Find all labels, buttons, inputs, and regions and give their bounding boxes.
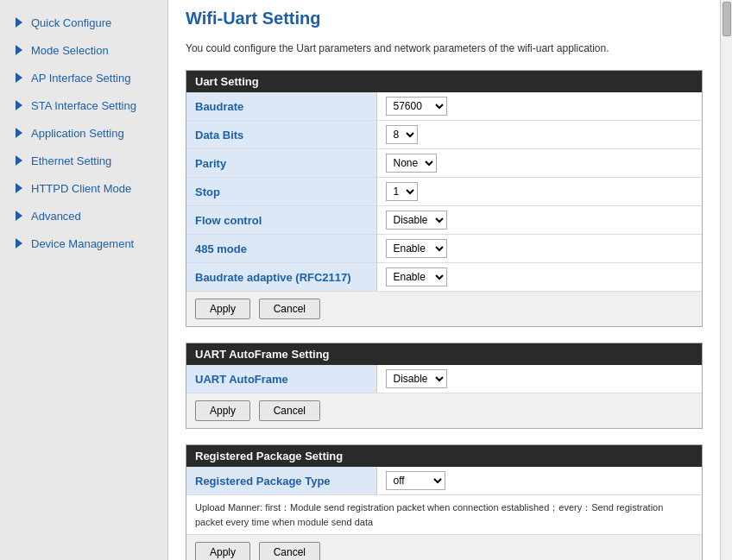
parity-select[interactable]: NoneOddEven bbox=[386, 154, 437, 173]
arrow-icon bbox=[12, 71, 26, 85]
data-bits-cell: 5678 bbox=[376, 121, 702, 149]
table-row: 485 modeDisableEnable bbox=[186, 235, 702, 263]
table-row: ParityNoneOddEven bbox=[186, 149, 702, 178]
flow-control-cell: DisableEnable bbox=[376, 206, 702, 235]
stop-select[interactable]: 12 bbox=[386, 182, 418, 201]
table-row: UART AutoFrameDisableEnable bbox=[186, 365, 702, 393]
arrow-icon bbox=[12, 181, 26, 195]
table-row: Data Bits5678 bbox=[186, 121, 702, 149]
arrow-icon bbox=[12, 43, 26, 57]
table-row: Stop12 bbox=[186, 178, 702, 206]
autoframe-cancel-button[interactable]: Cancel bbox=[259, 400, 320, 421]
sidebar-item-application-setting[interactable]: Application Setting bbox=[0, 119, 167, 147]
svg-marker-3 bbox=[16, 100, 22, 110]
sidebar: Quick ConfigureMode SelectionAP Interfac… bbox=[0, 0, 168, 560]
sidebar-item-advanced[interactable]: Advanced bbox=[0, 202, 167, 230]
registered-package-info: Upload Manner: first：Module send registr… bbox=[186, 494, 702, 534]
uart-autoframe-label: UART AutoFrame bbox=[186, 365, 376, 393]
uart-settings-table: Baudrate9600192003840057600115200Data Bi… bbox=[186, 92, 702, 291]
sidebar-item-device-management[interactable]: Device Management bbox=[0, 230, 167, 257]
registered-package-type-cell: offoncustom bbox=[376, 467, 702, 494]
sidebar-item-label: HTTPD Client Mode bbox=[31, 182, 131, 195]
sidebar-item-ethernet-setting[interactable]: Ethernet Setting bbox=[0, 147, 167, 174]
sidebar-item-label: Advanced bbox=[31, 210, 81, 223]
uart-cancel-button[interactable]: Cancel bbox=[259, 299, 320, 319]
sidebar-item-sta-interface-setting[interactable]: STA Interface Setting bbox=[0, 91, 167, 119]
parity-cell: NoneOddEven bbox=[376, 149, 702, 178]
sidebar-item-label: Device Management bbox=[31, 237, 134, 250]
registered-package-table: Registered Package Typeoffoncustom bbox=[186, 467, 702, 494]
registered-package-section: Registered Package Setting Registered Pa… bbox=[186, 444, 703, 560]
arrow-icon bbox=[12, 98, 26, 112]
data-bits-label: Data Bits bbox=[186, 121, 376, 149]
table-row: Baudrate9600192003840057600115200 bbox=[186, 92, 702, 121]
sidebar-item-httpd-client-mode[interactable]: HTTPD Client Mode bbox=[0, 174, 167, 202]
autoframe-setting-section: UART AutoFrame Setting UART AutoFrameDis… bbox=[186, 343, 703, 429]
page-description: You could configure the Uart parameters … bbox=[186, 37, 703, 60]
baudrate-cell: 9600192003840057600115200 bbox=[376, 92, 702, 121]
autoframe-apply-button[interactable]: Apply bbox=[195, 400, 250, 421]
scrollbar-thumb[interactable] bbox=[723, 2, 731, 36]
arrow-icon bbox=[12, 154, 26, 167]
registered-package-type-label: Registered Package Type bbox=[186, 467, 376, 494]
svg-marker-1 bbox=[16, 45, 22, 55]
table-row: Flow controlDisableEnable bbox=[186, 206, 702, 235]
stop-cell: 12 bbox=[376, 178, 702, 206]
sidebar-item-mode-selection[interactable]: Mode Selection bbox=[0, 36, 167, 64]
svg-marker-2 bbox=[16, 72, 22, 83]
sidebar-item-label: Application Setting bbox=[31, 127, 124, 140]
registered-package-apply-button[interactable]: Apply bbox=[195, 542, 250, 560]
mode-485-select[interactable]: DisableEnable bbox=[386, 239, 447, 258]
svg-marker-4 bbox=[16, 128, 22, 138]
svg-marker-5 bbox=[16, 155, 22, 166]
sidebar-item-label: AP Interface Setting bbox=[31, 72, 130, 85]
scrollbar-track[interactable] bbox=[720, 0, 732, 560]
sidebar-item-label: Quick Configure bbox=[31, 16, 111, 29]
uart-setting-header: Uart Setting bbox=[186, 71, 702, 92]
sidebar-item-ap-interface-setting[interactable]: AP Interface Setting bbox=[0, 64, 167, 91]
main-content: Wifi-Uart Setting You could configure th… bbox=[168, 0, 720, 560]
baudrate-adaptive-label: Baudrate adaptive (RFC2117) bbox=[186, 263, 376, 292]
svg-marker-0 bbox=[16, 17, 22, 28]
table-row: Registered Package Typeoffoncustom bbox=[186, 467, 702, 494]
arrow-icon bbox=[12, 236, 26, 250]
sidebar-item-label: STA Interface Setting bbox=[31, 99, 136, 112]
registered-package-type-select[interactable]: offoncustom bbox=[386, 471, 445, 490]
uart-button-row: Apply Cancel bbox=[186, 291, 702, 326]
autoframe-button-row: Apply Cancel bbox=[186, 393, 702, 428]
stop-label: Stop bbox=[186, 178, 376, 206]
registered-package-header: Registered Package Setting bbox=[186, 445, 702, 467]
parity-label: Parity bbox=[186, 149, 376, 178]
svg-marker-8 bbox=[16, 238, 22, 249]
table-row: Baudrate adaptive (RFC2117)DisableEnable bbox=[186, 263, 702, 292]
autoframe-settings-table: UART AutoFrameDisableEnable bbox=[186, 365, 702, 393]
flow-control-select[interactable]: DisableEnable bbox=[386, 211, 447, 230]
baudrate-adaptive-select[interactable]: DisableEnable bbox=[386, 267, 447, 286]
uart-autoframe-cell: DisableEnable bbox=[376, 365, 702, 393]
autoframe-setting-header: UART AutoFrame Setting bbox=[186, 343, 702, 365]
arrow-icon bbox=[12, 126, 26, 140]
mode-485-label: 485 mode bbox=[186, 235, 376, 263]
data-bits-select[interactable]: 5678 bbox=[386, 125, 418, 144]
sidebar-item-label: Mode Selection bbox=[31, 44, 109, 57]
uart-autoframe-select[interactable]: DisableEnable bbox=[386, 369, 447, 388]
page-title: Wifi-Uart Setting bbox=[186, 9, 703, 28]
baudrate-adaptive-cell: DisableEnable bbox=[376, 263, 702, 292]
arrow-icon bbox=[12, 16, 26, 29]
sidebar-item-label: Ethernet Setting bbox=[31, 154, 111, 167]
uart-apply-button[interactable]: Apply bbox=[195, 299, 250, 319]
svg-marker-6 bbox=[16, 183, 22, 193]
registered-package-button-row: Apply Cancel bbox=[186, 534, 702, 560]
svg-marker-7 bbox=[16, 211, 22, 221]
flow-control-label: Flow control bbox=[186, 206, 376, 235]
mode-485-cell: DisableEnable bbox=[376, 235, 702, 263]
registered-package-cancel-button[interactable]: Cancel bbox=[259, 542, 320, 560]
uart-setting-section: Uart Setting Baudrate9600192003840057600… bbox=[186, 70, 703, 327]
arrow-icon bbox=[12, 209, 26, 223]
baudrate-label: Baudrate bbox=[186, 92, 376, 121]
sidebar-item-quick-configure[interactable]: Quick Configure bbox=[0, 9, 167, 36]
baudrate-select[interactable]: 9600192003840057600115200 bbox=[386, 97, 447, 116]
